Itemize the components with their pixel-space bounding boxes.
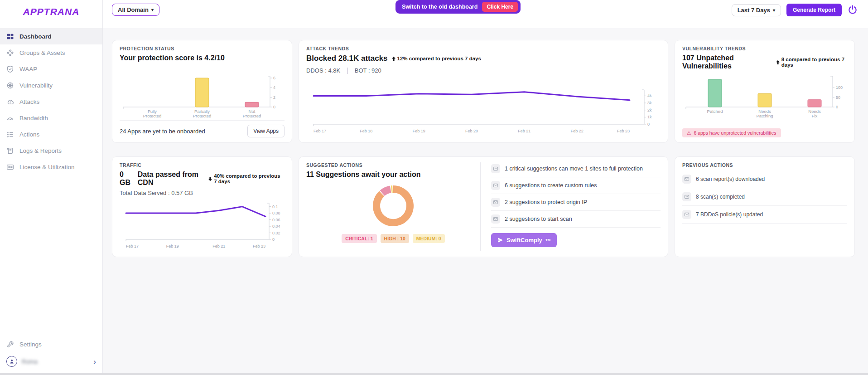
- svg-text:2k: 2k: [647, 108, 652, 112]
- chevron-right-icon[interactable]: ›: [93, 358, 96, 365]
- suggestion-row[interactable]: 6 suggestions to create custom rules: [491, 177, 661, 194]
- svg-text:50: 50: [836, 95, 840, 100]
- sidebar-item-vulnerability[interactable]: Vulnerability: [0, 77, 102, 93]
- row-text: 7 BDDoS policie(s) updated: [696, 211, 763, 218]
- date-range-selector[interactable]: Last 7 Days ▾: [732, 4, 781, 16]
- previous-action-row[interactable]: 8 scan(s) completed: [682, 188, 847, 206]
- sidebar-item-actions[interactable]: Actions: [0, 126, 102, 142]
- generate-report-button[interactable]: Generate Report: [786, 4, 842, 16]
- suggestions-title: 11 Suggestions await your action: [306, 170, 480, 179]
- attacks-icon: [6, 98, 14, 106]
- apptrana-dashboard: APPTRANA DashboardGroups & AssetsWAAPVul…: [0, 0, 868, 375]
- delta-text: 8 compared to previous 7 days: [781, 57, 847, 68]
- legend-badge-medium: MEDIUM: 0: [413, 234, 445, 243]
- svg-text:0.06: 0.06: [272, 218, 280, 222]
- sidebar-item-label: WAAP: [19, 66, 37, 73]
- domain-selector-label: All Domain: [118, 6, 149, 13]
- svg-text:NeedsFix: NeedsFix: [808, 109, 821, 118]
- protection-status-card: PROTECTION STATUS Your protection score …: [112, 40, 292, 143]
- svg-text:NeedsPatching: NeedsPatching: [757, 109, 773, 118]
- row-text: 8 scan(s) completed: [696, 194, 745, 200]
- svg-text:0.1: 0.1: [272, 205, 278, 209]
- svg-text:2: 2: [273, 95, 275, 100]
- section-label: TRAFFIC: [120, 162, 285, 168]
- apptrana-logo: APPTRANA: [0, 0, 102, 22]
- svg-text:0.02: 0.02: [272, 231, 280, 235]
- main-area: All Domain ▾ Switch to the old dashboard…: [103, 0, 868, 375]
- arrow-up-icon: [776, 60, 780, 65]
- settings-wrench-icon: [6, 341, 14, 348]
- previous-actions-list: 6 scan report(s) downloaded8 scan(s) com…: [682, 170, 847, 224]
- vertical-divider: [480, 162, 481, 251]
- traffic-card: TRAFFIC 0 GB Data passed from CDN 40% co…: [112, 156, 292, 257]
- swiftcomply-label: SwiftComply: [506, 237, 542, 244]
- sidebar-item-label: Dashboard: [19, 33, 52, 40]
- click-here-button[interactable]: Click Here: [482, 2, 518, 12]
- message-icon: [491, 198, 500, 207]
- chevron-down-icon: ▾: [151, 7, 154, 12]
- row-text: 6 scan report(s) downloaded: [696, 176, 765, 182]
- message-icon: [682, 192, 691, 201]
- protection-footer: 24 Apps are yet to be onboarded View App…: [120, 120, 285, 142]
- attacks-blocked-title: Blocked 28.1K attacks: [306, 54, 388, 63]
- user-name: Roma: [22, 358, 38, 365]
- sidebar-item-waap[interactable]: WAAP: [0, 61, 102, 77]
- divider: |: [347, 67, 348, 74]
- svg-text:Feb 17: Feb 17: [126, 244, 139, 248]
- user-profile[interactable]: Roma ›: [0, 352, 102, 370]
- attack-stats: DDOS : 4.8K | BOT : 920: [306, 67, 661, 74]
- domain-selector[interactable]: All Domain ▾: [112, 4, 159, 16]
- svg-text:3k: 3k: [647, 101, 652, 105]
- sidebar-item-logs-reports[interactable]: Logs & Reports: [0, 142, 102, 159]
- message-icon: [491, 164, 500, 173]
- vulnerability-bar-chart: 050100PatchedNeedsPatchingNeedsFix: [682, 72, 846, 122]
- settings-label: Settings: [19, 341, 42, 348]
- sidebar-item-label: License & Utilization: [19, 164, 75, 170]
- sidebar-item-label: Groups & Assets: [19, 49, 65, 56]
- sidebar-item-attacks[interactable]: Attacks: [0, 93, 102, 110]
- protection-bar-chart: 0246FullyProtectedPartiallyProtectedNotP…: [120, 72, 284, 122]
- message-icon: [682, 210, 691, 219]
- arrow-down-icon: [208, 176, 212, 181]
- dashboard-icon: [6, 33, 14, 40]
- swiftcomply-button[interactable]: SwiftComplyTM: [491, 233, 557, 247]
- attack-trends-card: ATTACK TRENDS Blocked 28.1K attacks 12% …: [299, 40, 668, 143]
- sidebar-item-groups-assets[interactable]: Groups & Assets: [0, 44, 102, 61]
- previous-action-row[interactable]: 7 BDDoS policie(s) updated: [682, 206, 847, 224]
- sidebar-item-dashboard[interactable]: Dashboard: [0, 28, 102, 44]
- chevron-down-icon: ▾: [773, 8, 775, 13]
- svg-text:Feb 20: Feb 20: [465, 129, 478, 133]
- section-label: VULNERABILITY TRENDS: [682, 46, 847, 51]
- svg-text:Feb 21: Feb 21: [518, 129, 530, 133]
- svg-text:0.08: 0.08: [272, 211, 280, 215]
- actions-icon: [6, 131, 14, 138]
- sidebar-item-label: Vulnerability: [19, 82, 53, 89]
- suggestion-row[interactable]: 2 suggestions to start scan: [491, 211, 661, 228]
- svg-text:Feb 23: Feb 23: [617, 129, 630, 133]
- svg-text:100: 100: [836, 85, 843, 90]
- sidebar-bottom: Settings Roma ›: [0, 336, 102, 370]
- banner-text: Switch to the old dashboard: [402, 4, 477, 10]
- sidebar-menu: DashboardGroups & AssetsWAAPVulnerabilit…: [0, 28, 102, 175]
- message-icon: [491, 214, 500, 224]
- warning-text: 6 apps have unprotected vulnerabilities: [694, 130, 776, 136]
- bandwidth-icon: [6, 114, 14, 122]
- vulnerability-footer: ⚠ 6 apps have unprotected vulnerabilitie…: [682, 124, 847, 142]
- logout-power-icon[interactable]: [847, 5, 858, 15]
- view-apps-button[interactable]: View Apps: [247, 125, 285, 137]
- previous-action-row[interactable]: 6 scan report(s) downloaded: [682, 170, 847, 188]
- svg-text:0: 0: [836, 105, 838, 109]
- horizontal-scrollbar[interactable]: [0, 373, 868, 375]
- svg-text:PartiallyProtected: PartiallyProtected: [193, 109, 212, 118]
- sidebar-item-settings[interactable]: Settings: [0, 336, 102, 352]
- cdn-data-value: 0 GB: [120, 170, 134, 187]
- sidebar-item-bandwidth[interactable]: Bandwidth: [0, 110, 102, 126]
- suggestion-row[interactable]: 2 suggestions to protect origin IP: [491, 194, 661, 211]
- suggestion-row[interactable]: 1 critical suggestions can move 1 sites …: [491, 161, 661, 177]
- vulnerability-icon: [6, 82, 14, 89]
- total-data-served: Total Data Served : 0.57 GB: [120, 190, 285, 196]
- section-label: ATTACK TRENDS: [306, 46, 661, 51]
- sidebar: APPTRANA DashboardGroups & AssetsWAAPVul…: [0, 0, 103, 375]
- sidebar-item-license-utilization[interactable]: License & Utilization: [0, 159, 102, 175]
- row-text: 2 suggestions to protect origin IP: [505, 199, 587, 205]
